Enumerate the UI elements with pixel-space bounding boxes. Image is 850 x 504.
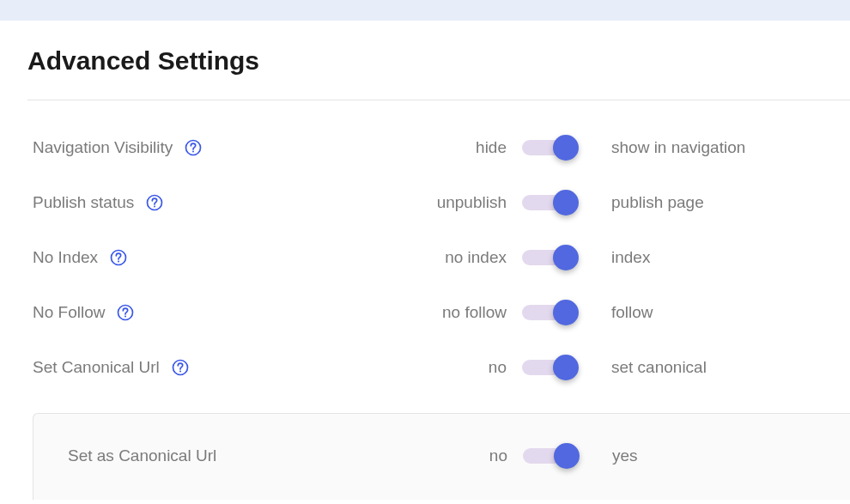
setting-row-navigation-visibility: Navigation Visibility hide show in navig…: [27, 138, 850, 157]
svg-point-9: [179, 371, 181, 373]
off-label: no: [403, 446, 523, 465]
help-icon[interactable]: [117, 304, 134, 321]
on-label: set canonical: [599, 358, 850, 377]
on-label: yes: [600, 446, 850, 465]
toggle-set-canonical[interactable]: [522, 358, 575, 377]
toggle-knob: [554, 443, 580, 469]
toggle-knob: [553, 355, 579, 380]
setting-label-set-canonical: Set Canonical Url: [33, 358, 402, 377]
toggle-set-as-canonical[interactable]: [523, 446, 576, 465]
toggle-navigation-visibility[interactable]: [522, 138, 575, 157]
setting-label-publish-status: Publish status: [33, 193, 402, 212]
setting-label-navigation-visibility: Navigation Visibility: [33, 138, 402, 157]
setting-row-no-follow: No Follow no follow follow: [27, 303, 850, 322]
sub-row-set-as-canonical: Set as Canonical Url no yes: [68, 446, 850, 465]
help-icon[interactable]: [146, 194, 163, 211]
label-text: No Index: [33, 248, 98, 267]
page-title: Advanced Settings: [27, 46, 850, 76]
advanced-settings-panel: Advanced Settings Navigation Visibility …: [0, 21, 850, 500]
help-icon[interactable]: [110, 249, 127, 266]
divider: [27, 100, 850, 100]
toggle-no-follow[interactable]: [522, 303, 575, 322]
canonical-sub-panel: Set as Canonical Url no yes: [33, 413, 850, 500]
help-icon[interactable]: [185, 139, 202, 156]
on-label: publish page: [599, 193, 850, 212]
toggle-no-index[interactable]: [522, 248, 575, 267]
on-label: index: [599, 248, 850, 267]
off-label: unpublish: [402, 193, 522, 212]
setting-row-no-index: No Index no index index: [27, 248, 850, 267]
sub-label: Set as Canonical Url: [68, 446, 403, 465]
setting-row-publish-status: Publish status unpublish publish page: [27, 193, 850, 212]
label-text: Set Canonical Url: [33, 358, 160, 377]
off-label: no follow: [402, 303, 522, 322]
on-label: show in navigation: [599, 138, 850, 157]
setting-label-no-index: No Index: [33, 248, 402, 267]
label-text: Navigation Visibility: [33, 138, 173, 157]
off-label: hide: [402, 138, 522, 157]
label-text: Publish status: [33, 193, 134, 212]
svg-point-7: [124, 316, 126, 318]
setting-row-set-canonical: Set Canonical Url no set canonical: [27, 358, 850, 377]
off-label: no index: [402, 248, 522, 267]
setting-label-no-follow: No Follow: [33, 303, 402, 322]
toggle-knob: [553, 245, 579, 270]
label-text: No Follow: [33, 303, 105, 322]
toggle-knob: [553, 135, 579, 161]
toggle-knob: [553, 190, 579, 216]
svg-point-1: [192, 151, 194, 153]
off-label: no: [402, 358, 522, 377]
svg-point-3: [154, 206, 155, 208]
help-icon[interactable]: [172, 359, 189, 376]
toggle-knob: [553, 300, 579, 325]
toggle-publish-status[interactable]: [522, 193, 575, 212]
top-bar: [0, 0, 850, 21]
svg-point-5: [118, 261, 119, 263]
on-label: follow: [599, 303, 850, 322]
